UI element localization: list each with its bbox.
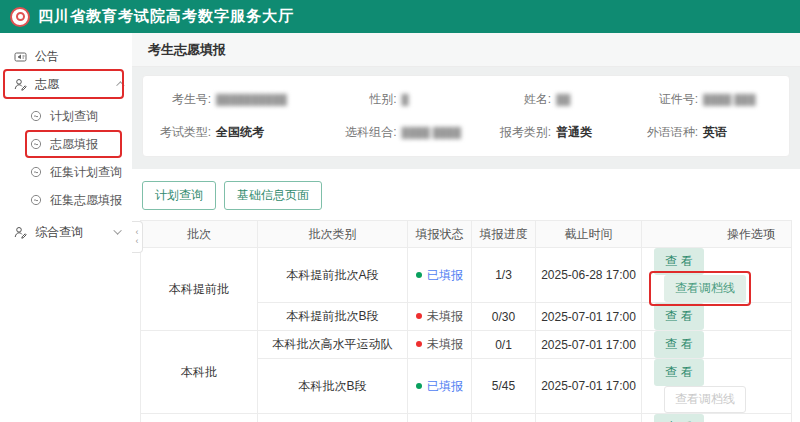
field-value-redacted: ████ ███ (703, 94, 755, 105)
actions-cell: 查看 (642, 303, 792, 331)
view-button[interactable]: 查看 (654, 359, 704, 386)
actions-cell: 查看 查看调档线 (642, 248, 792, 303)
page-title: 考生志愿填报 (132, 33, 800, 67)
status-text: 未填报 (427, 337, 463, 351)
table-header-row: 批次 批次类别 填报状态 填报进度 截止时间 操作选项 (141, 221, 792, 248)
sidebar-item-label: 志愿填报 (50, 136, 98, 153)
field-label: 外语语种: (636, 124, 698, 141)
seal-icon (10, 7, 30, 27)
batch-table: 批次 批次类别 填报状态 填报进度 截止时间 操作选项 本科提前批 本科提前批次… (140, 220, 792, 422)
basic-info-page-button[interactable]: 基础信息页面 (224, 181, 322, 210)
progress-cell: 0/30 (472, 303, 536, 331)
info-field-subject-combo: 选科组合: ████ ████ (335, 124, 490, 141)
student-info-section: 考生号: ██████████ 性别: █ 姓名: ██ 证件号: ████ █… (132, 67, 800, 169)
col-header-deadline: 截止时间 (536, 221, 642, 248)
field-value: 普通类 (556, 124, 592, 141)
status-cell: 已填报 (408, 248, 472, 303)
app-title: 四川省教育考试院高考数字服务大厅 (38, 7, 294, 26)
status-text: 已填报 (427, 379, 463, 393)
deadline-cell: 2025-07-05 17:00 (536, 414, 642, 422)
col-header-batch: 批次 (141, 221, 258, 248)
batch-cell: 本科提前批 (141, 248, 258, 331)
field-value-redacted: █ (402, 94, 409, 105)
info-field-id-no: 证件号: ████ ███ (636, 91, 783, 108)
actions-cell: 查看 查看调档线 (642, 414, 792, 422)
field-label: 选科组合: (335, 124, 397, 141)
field-value: 英语 (703, 124, 727, 141)
main-content: 考生志愿填报 考生号: ██████████ 性别: █ 姓名: ██ 证件号:… (132, 33, 800, 422)
category-cell: 本科批次B段 (258, 359, 408, 414)
status-dot-green (416, 383, 422, 389)
info-field-exam-no: 考生号: ██████████ (149, 91, 335, 108)
sidebar: 公告 志愿 计划查询 (0, 33, 132, 422)
batch-table-panel: 计划查询 基础信息页面 批次 批次类别 填报状态 填报进度 截止时间 操作选项 (132, 169, 800, 422)
deadline-cell: 2025-07-01 17:00 (536, 303, 642, 331)
category-cell: 本科提前批次B段 (258, 303, 408, 331)
view-button[interactable]: 查看 (654, 303, 704, 330)
col-header-progress: 填报进度 (472, 221, 536, 248)
circle-icon (30, 194, 42, 206)
status-text: 未填报 (427, 309, 463, 323)
seal-icon-inner (16, 12, 25, 21)
circle-icon (30, 110, 42, 122)
batch-cell: 高职（专科）提前批 (141, 414, 258, 422)
info-field-apply-category: 报考类别: 普通类 (489, 124, 636, 141)
view-line-button-disabled: 查看调档线 (664, 386, 746, 413)
actions-cell: 查看 (642, 331, 792, 359)
table-row: 本科批 本科批次高水平运动队 未填报 0/1 2025-07-01 17:00 … (141, 331, 792, 359)
sidebar-item-plan-query[interactable]: 计划查询 (0, 105, 132, 127)
col-header-status: 填报状态 (408, 221, 472, 248)
field-label: 考生号: (149, 91, 211, 108)
app-header: 四川省教育考试院高考数字服务大厅 (0, 0, 800, 33)
field-value-redacted: ████ ████ (402, 127, 461, 138)
field-label: 性别: (335, 91, 397, 108)
sidebar-item-collection-zhiyuan-tianbao[interactable]: 征集志愿填报 (0, 189, 132, 211)
progress-cell: 0/1 (472, 331, 536, 359)
announcement-icon (14, 50, 27, 63)
field-label: 姓名: (489, 91, 551, 108)
actions-cell: 查看 查看调档线 (642, 359, 792, 414)
field-label: 证件号: (636, 91, 698, 108)
progress-cell: 5/45 (472, 359, 536, 414)
deadline-cell: 2025-07-01 17:00 (536, 331, 642, 359)
sidebar-item-zhiyuan-tianbao[interactable]: 志愿填报 (0, 133, 132, 155)
category-cell: 本科批次高水平运动队 (258, 331, 408, 359)
plan-query-button[interactable]: 计划查询 (142, 181, 216, 210)
circle-icon (30, 166, 42, 178)
status-cell: 已填报 (408, 359, 472, 414)
view-line-button[interactable]: 查看调档线 (664, 275, 746, 302)
info-field-foreign-language: 外语语种: 英语 (636, 124, 783, 141)
view-button[interactable]: 查看 (654, 248, 704, 275)
deadline-cell: 2025-07-01 17:00 (536, 359, 642, 414)
sidebar-item-label: 计划查询 (50, 108, 98, 125)
deadline-cell: 2025-06-28 17:00 (536, 248, 642, 303)
sidebar-collapse-handle[interactable]: ‹ ‹ (132, 221, 143, 253)
sidebar-item-collection-plan-query[interactable]: 征集计划查询 (0, 161, 132, 183)
category-cell: 本科提前批次A段 (258, 248, 408, 303)
sidebar-item-comprehensive-query[interactable]: 综合查询 (0, 219, 132, 245)
field-value-redacted: ██ (556, 94, 570, 105)
status-cell: 未填报 (408, 331, 472, 359)
info-field-gender: 性别: █ (335, 91, 490, 108)
field-label: 报考类别: (489, 124, 551, 141)
batch-cell: 本科批 (141, 331, 258, 414)
col-header-category: 批次类别 (258, 221, 408, 248)
sidebar-item-zhiyuan[interactable]: 志愿 (0, 71, 132, 97)
status-cell: 未填报 (408, 414, 472, 422)
sidebar-item-announcements[interactable]: 公告 (0, 43, 132, 69)
table-row: 本科提前批 本科提前批次A段 已填报 1/3 2025-06-28 17:00 … (141, 248, 792, 303)
info-field-exam-type: 考试类型: 全国统考 (149, 124, 335, 141)
view-button[interactable]: 查看 (654, 414, 704, 422)
sidebar-item-label: 综合查询 (35, 224, 83, 241)
chevron-up-icon (116, 81, 124, 89)
status-dot-green (416, 272, 422, 278)
chevron-down-icon (113, 226, 121, 234)
sidebar-item-label: 志愿 (35, 76, 59, 93)
student-info-card: 考生号: ██████████ 性别: █ 姓名: ██ 证件号: ████ █… (142, 75, 790, 157)
status-dot-red (416, 313, 422, 319)
sidebar-item-label: 征集志愿填报 (50, 192, 122, 209)
field-value: 全国统考 (216, 124, 264, 141)
view-button[interactable]: 查看 (654, 331, 704, 358)
field-label: 考试类型: (149, 124, 211, 141)
status-dot-red (416, 341, 422, 347)
